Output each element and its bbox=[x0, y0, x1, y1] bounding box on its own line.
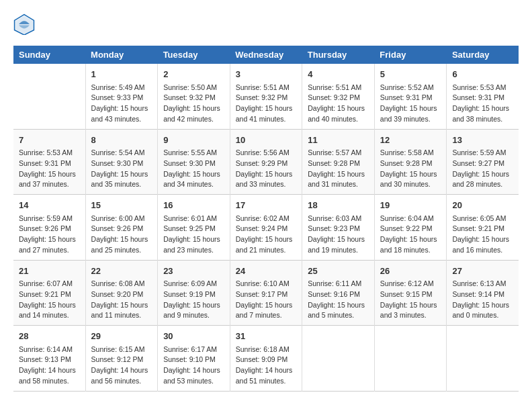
calendar-cell: 24Sunrise: 6:10 AM Sunset: 9:17 PM Dayli… bbox=[230, 260, 302, 326]
day-number: 10 bbox=[236, 134, 297, 147]
day-info: Sunrise: 5:54 AM Sunset: 9:30 PM Dayligh… bbox=[91, 148, 152, 190]
calendar-cell: 28Sunrise: 6:14 AM Sunset: 9:13 PM Dayli… bbox=[13, 326, 85, 392]
calendar-cell: 14Sunrise: 5:59 AM Sunset: 9:26 PM Dayli… bbox=[13, 195, 85, 261]
calendar-body: 1Sunrise: 5:49 AM Sunset: 9:33 PM Daylig… bbox=[13, 64, 519, 391]
calendar-cell bbox=[302, 326, 375, 392]
day-info: Sunrise: 5:58 AM Sunset: 9:28 PM Dayligh… bbox=[380, 148, 441, 190]
day-number: 11 bbox=[308, 134, 369, 147]
calendar-cell: 12Sunrise: 5:58 AM Sunset: 9:28 PM Dayli… bbox=[374, 129, 447, 195]
column-header-thursday: Thursday bbox=[302, 46, 375, 64]
day-number: 24 bbox=[236, 265, 297, 278]
day-info: Sunrise: 6:05 AM Sunset: 9:21 PM Dayligh… bbox=[452, 214, 513, 256]
calendar-cell: 6Sunrise: 5:53 AM Sunset: 9:31 PM Daylig… bbox=[447, 64, 519, 129]
day-info: Sunrise: 5:59 AM Sunset: 9:26 PM Dayligh… bbox=[19, 214, 80, 256]
calendar-cell: 23Sunrise: 6:09 AM Sunset: 9:19 PM Dayli… bbox=[158, 260, 230, 326]
calendar-cell: 10Sunrise: 5:56 AM Sunset: 9:29 PM Dayli… bbox=[230, 129, 302, 195]
calendar-cell: 7Sunrise: 5:53 AM Sunset: 9:31 PM Daylig… bbox=[13, 129, 85, 195]
day-info: Sunrise: 6:10 AM Sunset: 9:17 PM Dayligh… bbox=[236, 279, 297, 321]
logo bbox=[13, 13, 39, 35]
column-headers: SundayMondayTuesdayWednesdayThursdayFrid… bbox=[13, 46, 519, 64]
day-info: Sunrise: 6:07 AM Sunset: 9:21 PM Dayligh… bbox=[19, 279, 80, 321]
day-info: Sunrise: 5:53 AM Sunset: 9:31 PM Dayligh… bbox=[452, 83, 513, 125]
calendar-cell: 20Sunrise: 6:05 AM Sunset: 9:21 PM Dayli… bbox=[447, 195, 519, 261]
day-number: 21 bbox=[19, 265, 80, 278]
page-header bbox=[13, 13, 519, 35]
column-header-wednesday: Wednesday bbox=[230, 46, 302, 64]
column-header-sunday: Sunday bbox=[13, 46, 85, 64]
calendar-cell: 5Sunrise: 5:52 AM Sunset: 9:31 PM Daylig… bbox=[374, 64, 447, 129]
calendar-cell: 19Sunrise: 6:04 AM Sunset: 9:22 PM Dayli… bbox=[374, 195, 447, 261]
day-number: 12 bbox=[380, 134, 441, 147]
column-header-saturday: Saturday bbox=[447, 46, 519, 64]
calendar-cell: 27Sunrise: 6:13 AM Sunset: 9:14 PM Dayli… bbox=[447, 260, 519, 326]
day-number: 3 bbox=[236, 68, 297, 81]
day-number: 27 bbox=[452, 265, 513, 278]
day-info: Sunrise: 5:51 AM Sunset: 9:32 PM Dayligh… bbox=[308, 83, 369, 125]
calendar-table: SundayMondayTuesdayWednesdayThursdayFrid… bbox=[13, 46, 519, 392]
day-number: 7 bbox=[19, 134, 80, 147]
week-row-4: 21Sunrise: 6:07 AM Sunset: 9:21 PM Dayli… bbox=[13, 260, 519, 326]
day-info: Sunrise: 6:02 AM Sunset: 9:24 PM Dayligh… bbox=[236, 214, 297, 256]
day-number: 25 bbox=[308, 265, 369, 278]
day-info: Sunrise: 6:00 AM Sunset: 9:26 PM Dayligh… bbox=[91, 214, 152, 256]
calendar-cell: 13Sunrise: 5:59 AM Sunset: 9:27 PM Dayli… bbox=[447, 129, 519, 195]
day-number: 15 bbox=[91, 199, 152, 212]
calendar-cell: 25Sunrise: 6:11 AM Sunset: 9:16 PM Dayli… bbox=[302, 260, 375, 326]
day-info: Sunrise: 6:04 AM Sunset: 9:22 PM Dayligh… bbox=[380, 214, 441, 256]
day-info: Sunrise: 6:01 AM Sunset: 9:25 PM Dayligh… bbox=[163, 214, 224, 256]
calendar-cell: 26Sunrise: 6:12 AM Sunset: 9:15 PM Dayli… bbox=[374, 260, 447, 326]
day-number: 1 bbox=[91, 68, 152, 81]
day-number: 20 bbox=[452, 199, 513, 212]
logo-icon bbox=[13, 13, 35, 35]
week-row-2: 7Sunrise: 5:53 AM Sunset: 9:31 PM Daylig… bbox=[13, 129, 519, 195]
calendar-cell: 22Sunrise: 6:08 AM Sunset: 9:20 PM Dayli… bbox=[85, 260, 158, 326]
calendar-cell: 17Sunrise: 6:02 AM Sunset: 9:24 PM Dayli… bbox=[230, 195, 302, 261]
column-header-friday: Friday bbox=[374, 46, 447, 64]
day-number: 30 bbox=[163, 330, 224, 343]
day-number: 8 bbox=[91, 134, 152, 147]
day-info: Sunrise: 5:50 AM Sunset: 9:32 PM Dayligh… bbox=[163, 83, 224, 125]
day-info: Sunrise: 6:14 AM Sunset: 9:13 PM Dayligh… bbox=[19, 345, 80, 387]
calendar-cell: 31Sunrise: 6:18 AM Sunset: 9:09 PM Dayli… bbox=[230, 326, 302, 392]
day-info: Sunrise: 5:51 AM Sunset: 9:32 PM Dayligh… bbox=[236, 83, 297, 125]
calendar-cell: 8Sunrise: 5:54 AM Sunset: 9:30 PM Daylig… bbox=[85, 129, 158, 195]
calendar-cell: 1Sunrise: 5:49 AM Sunset: 9:33 PM Daylig… bbox=[85, 64, 158, 129]
day-info: Sunrise: 6:03 AM Sunset: 9:23 PM Dayligh… bbox=[308, 214, 369, 256]
calendar-cell: 3Sunrise: 5:51 AM Sunset: 9:32 PM Daylig… bbox=[230, 64, 302, 129]
calendar-cell: 29Sunrise: 6:15 AM Sunset: 9:12 PM Dayli… bbox=[85, 326, 158, 392]
day-number: 26 bbox=[380, 265, 441, 278]
column-header-tuesday: Tuesday bbox=[158, 46, 230, 64]
day-info: Sunrise: 6:11 AM Sunset: 9:16 PM Dayligh… bbox=[308, 279, 369, 321]
calendar-cell: 15Sunrise: 6:00 AM Sunset: 9:26 PM Dayli… bbox=[85, 195, 158, 261]
day-info: Sunrise: 6:18 AM Sunset: 9:09 PM Dayligh… bbox=[236, 345, 297, 387]
day-number: 31 bbox=[236, 330, 297, 343]
calendar-cell bbox=[374, 326, 447, 392]
week-row-5: 28Sunrise: 6:14 AM Sunset: 9:13 PM Dayli… bbox=[13, 326, 519, 392]
calendar-cell: 30Sunrise: 6:17 AM Sunset: 9:10 PM Dayli… bbox=[158, 326, 230, 392]
day-info: Sunrise: 6:15 AM Sunset: 9:12 PM Dayligh… bbox=[91, 345, 152, 387]
day-info: Sunrise: 5:52 AM Sunset: 9:31 PM Dayligh… bbox=[380, 83, 441, 125]
day-number: 4 bbox=[308, 68, 369, 81]
calendar-cell: 11Sunrise: 5:57 AM Sunset: 9:28 PM Dayli… bbox=[302, 129, 375, 195]
day-number: 29 bbox=[91, 330, 152, 343]
day-number: 22 bbox=[91, 265, 152, 278]
calendar-cell: 21Sunrise: 6:07 AM Sunset: 9:21 PM Dayli… bbox=[13, 260, 85, 326]
day-info: Sunrise: 5:59 AM Sunset: 9:27 PM Dayligh… bbox=[452, 148, 513, 190]
day-number: 14 bbox=[19, 199, 80, 212]
day-number: 5 bbox=[380, 68, 441, 81]
column-header-monday: Monday bbox=[85, 46, 158, 64]
day-number: 2 bbox=[163, 68, 224, 81]
day-info: Sunrise: 5:56 AM Sunset: 9:29 PM Dayligh… bbox=[236, 148, 297, 190]
day-info: Sunrise: 5:57 AM Sunset: 9:28 PM Dayligh… bbox=[308, 148, 369, 190]
day-info: Sunrise: 6:17 AM Sunset: 9:10 PM Dayligh… bbox=[163, 345, 224, 387]
calendar-cell: 9Sunrise: 5:55 AM Sunset: 9:30 PM Daylig… bbox=[158, 129, 230, 195]
week-row-1: 1Sunrise: 5:49 AM Sunset: 9:33 PM Daylig… bbox=[13, 64, 519, 129]
calendar-cell: 18Sunrise: 6:03 AM Sunset: 9:23 PM Dayli… bbox=[302, 195, 375, 261]
day-info: Sunrise: 6:12 AM Sunset: 9:15 PM Dayligh… bbox=[380, 279, 441, 321]
day-number: 9 bbox=[163, 134, 224, 147]
day-number: 23 bbox=[163, 265, 224, 278]
day-info: Sunrise: 5:49 AM Sunset: 9:33 PM Dayligh… bbox=[91, 83, 152, 125]
day-info: Sunrise: 6:13 AM Sunset: 9:14 PM Dayligh… bbox=[452, 279, 513, 321]
day-number: 13 bbox=[452, 134, 513, 147]
day-info: Sunrise: 6:08 AM Sunset: 9:20 PM Dayligh… bbox=[91, 279, 152, 321]
